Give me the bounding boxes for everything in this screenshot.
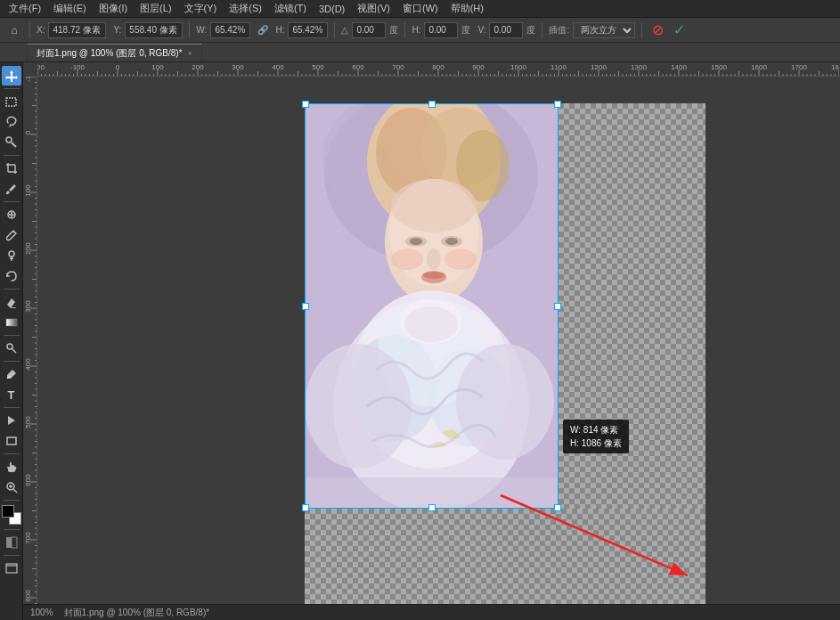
ruler-left-canvas — [23, 77, 37, 604]
cancel-transform-button[interactable]: ⊘ — [648, 21, 666, 39]
handle-top-left[interactable] — [302, 101, 309, 108]
handle-top-right[interactable] — [554, 101, 561, 108]
handle-bottom-center[interactable] — [428, 504, 436, 511]
svg-marker-16 — [8, 416, 15, 425]
quick-mask-tool[interactable] — [2, 533, 21, 552]
menu-window[interactable]: 窗口(W) — [397, 1, 444, 16]
interpolation-select[interactable]: 两次立方 最近邻 两次线性 — [573, 22, 635, 38]
tool-sep-10 — [4, 529, 20, 530]
dodge-tool[interactable] — [2, 339, 21, 358]
x-label: X: — [37, 25, 45, 35]
move-tool[interactable] — [2, 66, 21, 86]
pen-tool[interactable] — [2, 364, 21, 384]
status-bar: 100% 封面1.png @ 100% (图层 0, RGB/8)* — [23, 604, 840, 620]
zoom-tool[interactable] — [2, 477, 21, 497]
gradient-tool[interactable] — [2, 313, 21, 332]
handle-middle-right[interactable] — [554, 303, 561, 310]
menu-edit[interactable]: 编辑(E) — [48, 1, 92, 16]
separator-1 — [29, 22, 30, 38]
menu-text[interactable]: 文字(Y) — [179, 1, 223, 16]
svg-point-43 — [423, 272, 444, 279]
rect-select-tool[interactable] — [2, 92, 21, 111]
rot-label: △ — [341, 25, 348, 35]
w-input[interactable] — [210, 22, 250, 38]
menu-select[interactable]: 选择(S) — [224, 1, 267, 16]
svg-line-15 — [12, 348, 16, 353]
menu-view[interactable]: 视图(V) — [352, 1, 396, 16]
separator-2 — [189, 22, 190, 38]
svg-line-19 — [13, 489, 17, 493]
h-input[interactable] — [288, 22, 328, 38]
h-label: H: — [275, 25, 284, 35]
healing-tool[interactable] — [2, 205, 21, 224]
zoom-level: 100% — [30, 608, 53, 617]
menu-3d[interactable]: 3D(D) — [314, 3, 350, 15]
tool-sep-11 — [4, 555, 20, 556]
svg-rect-2 — [11, 142, 16, 147]
options-bar: ⌂ X: Y: W: 🔗 H: △ 度 H: 度 V: 度 插值: 两次立方 最… — [0, 18, 840, 43]
tool-sep-5 — [4, 335, 20, 336]
w-label: W: — [196, 25, 207, 35]
eraser-tool[interactable] — [2, 292, 21, 312]
link-icon[interactable]: 🔗 — [254, 21, 272, 39]
vskew-input[interactable] — [489, 22, 523, 38]
tool-sep-4 — [4, 289, 20, 290]
ruler-left — [23, 77, 37, 604]
svg-point-55 — [456, 344, 554, 460]
home-icon[interactable]: ⌂ — [5, 21, 23, 39]
tool-sep-7 — [4, 407, 20, 408]
svg-rect-22 — [6, 537, 12, 548]
clone-tool[interactable] — [2, 246, 21, 265]
confirm-transform-button[interactable]: ✓ — [670, 21, 688, 39]
text-tool[interactable]: T — [2, 385, 21, 404]
screen-mode[interactable] — [2, 559, 21, 578]
hand-tool[interactable] — [2, 457, 21, 477]
x-input[interactable] — [48, 22, 106, 38]
canvas-area[interactable]: W: 814 像素 H: 1086 像素 · · · — [23, 62, 840, 604]
separator-3 — [334, 22, 335, 38]
separator-5 — [542, 22, 542, 38]
svg-rect-23 — [12, 537, 17, 548]
painting-area — [305, 103, 559, 509]
shape-tool[interactable] — [2, 431, 21, 451]
document-tab[interactable]: 封面1.png @ 100% (图层 0, RGB/8)* × — [27, 44, 202, 61]
tab-bar: 封面1.png @ 100% (图层 0, RGB/8)* × — [0, 43, 840, 62]
svg-marker-0 — [5, 70, 18, 82]
main-area: T — [0, 62, 840, 620]
y-input[interactable] — [125, 22, 183, 38]
svg-point-44 — [391, 249, 423, 270]
hskew-label: H: — [412, 25, 420, 35]
menu-help[interactable]: 帮助(H) — [445, 1, 489, 16]
menu-layer[interactable]: 图层(L) — [135, 1, 176, 16]
menu-filter[interactable]: 滤镜(T) — [269, 1, 312, 16]
magic-wand-tool[interactable] — [2, 133, 21, 152]
handle-bottom-left[interactable] — [302, 504, 309, 511]
toolbar: T — [0, 62, 23, 620]
lasso-tool[interactable] — [2, 112, 21, 132]
foreground-color[interactable] — [2, 505, 14, 518]
document-background — [305, 103, 705, 604]
vskew-label: V: — [477, 25, 485, 35]
menu-bar: 文件(F) 编辑(E) 图像(I) 图层(L) 文字(Y) 选择(S) 滤镜(T… — [0, 0, 840, 18]
rotation-input[interactable] — [352, 22, 386, 38]
svg-point-41 — [427, 249, 441, 270]
y-label: Y: — [113, 25, 121, 35]
svg-point-39 — [410, 238, 422, 245]
handle-middle-left[interactable] — [302, 303, 309, 310]
svg-rect-13 — [6, 319, 17, 326]
deg3-label: 度 — [526, 24, 535, 37]
crop-tool[interactable] — [2, 159, 21, 178]
tab-close-button[interactable]: × — [188, 49, 192, 58]
hskew-input[interactable] — [424, 22, 458, 38]
ruler-top — [37, 62, 840, 77]
menu-file[interactable]: 文件(F) — [4, 1, 46, 16]
menu-image[interactable]: 图像(I) — [94, 1, 133, 16]
svg-point-11 — [9, 251, 14, 257]
eyedropper-tool[interactable] — [2, 179, 21, 199]
path-select-tool[interactable] — [2, 411, 21, 430]
handle-top-center[interactable] — [428, 101, 436, 108]
tool-sep-8 — [4, 453, 20, 454]
history-brush-tool[interactable] — [2, 266, 21, 286]
brush-tool[interactable] — [2, 225, 21, 245]
handle-bottom-right[interactable] — [554, 504, 561, 511]
